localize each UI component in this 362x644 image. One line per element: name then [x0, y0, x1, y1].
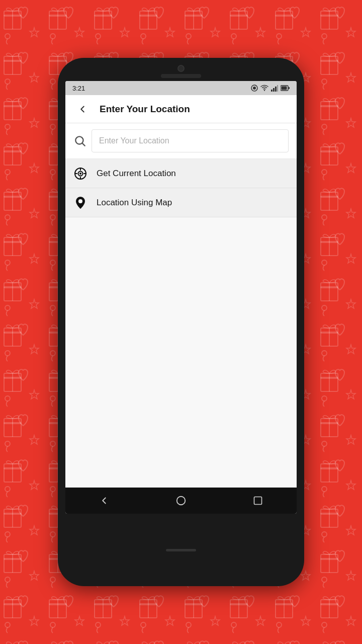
search-icon-wrap [73, 134, 86, 147]
phone-top [58, 58, 304, 81]
svg-rect-27 [254, 497, 262, 505]
svg-rect-15 [289, 87, 290, 89]
gps-icon [73, 167, 87, 181]
nav-back-button[interactable] [95, 492, 113, 510]
location-using-map-item[interactable]: Location Using Map [65, 188, 297, 217]
get-current-location-item[interactable]: Get Current Location [65, 159, 297, 188]
svg-point-24 [79, 173, 81, 175]
svg-line-17 [82, 143, 85, 146]
svg-rect-11 [275, 87, 277, 92]
signal-icon [271, 85, 278, 92]
nav-home-button[interactable] [172, 492, 190, 510]
search-icon [73, 134, 86, 147]
svg-point-25 [78, 199, 82, 203]
status-icon-indicator [251, 85, 258, 92]
phone-shell: 3:21 [58, 58, 304, 586]
phone-bottom [166, 514, 196, 586]
svg-rect-12 [277, 85, 278, 92]
back-button[interactable] [73, 100, 92, 118]
svg-rect-9 [271, 90, 273, 92]
svg-rect-14 [282, 87, 287, 90]
phone-speaker [161, 74, 201, 78]
bottom-nav-bar [65, 488, 297, 514]
location-search-input[interactable] [92, 129, 289, 152]
nav-bar: Enter Your Location [65, 95, 297, 123]
svg-point-26 [177, 497, 186, 505]
location-pin-icon [73, 196, 87, 210]
nav-recent-button[interactable] [249, 492, 267, 510]
svg-point-8 [264, 90, 265, 91]
svg-point-7 [253, 87, 256, 90]
svg-rect-10 [273, 88, 275, 92]
phone-home-bar [166, 549, 196, 551]
page-title: Enter Your Location [100, 104, 190, 115]
content-area [65, 217, 297, 488]
phone-screen: 3:21 [65, 81, 297, 514]
search-row [65, 123, 297, 159]
location-using-map-label: Location Using Map [97, 198, 172, 208]
get-current-location-label: Get Current Location [97, 169, 176, 179]
wifi-icon [260, 85, 268, 92]
status-bar: 3:21 [65, 81, 297, 95]
status-time: 3:21 [72, 85, 85, 92]
battery-icon [281, 85, 290, 91]
status-icons [251, 85, 290, 92]
phone-camera [177, 65, 185, 72]
